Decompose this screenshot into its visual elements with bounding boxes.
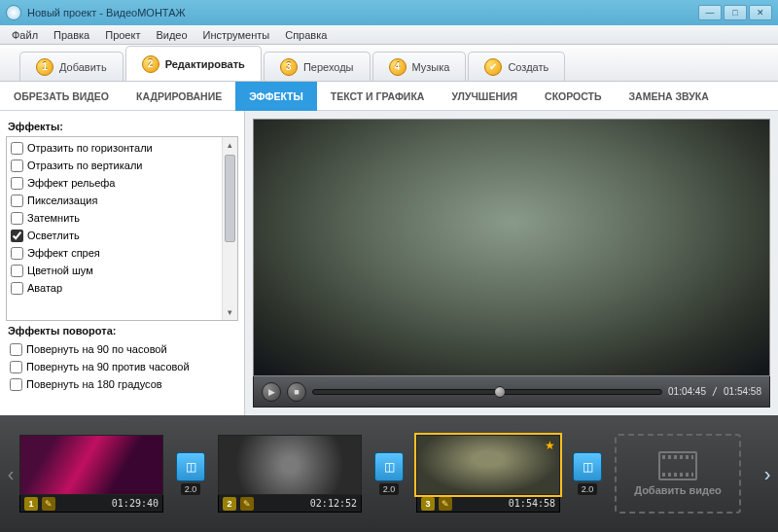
effect-item[interactable]: Отразить по вертикали bbox=[7, 157, 237, 174]
transition-icon[interactable]: ◫ bbox=[374, 452, 404, 481]
clip-number: 1 bbox=[24, 497, 38, 511]
preview-frame bbox=[254, 120, 769, 375]
effect-label: Пикселизация bbox=[27, 195, 97, 206]
step-num-icon: 4 bbox=[389, 58, 407, 76]
clip-2[interactable]: 2✎02:12:52 bbox=[218, 435, 362, 513]
rotate-checkbox[interactable] bbox=[10, 361, 22, 373]
timeline-prev[interactable]: ‹ bbox=[0, 444, 21, 503]
effect-item[interactable]: Осветлить bbox=[7, 227, 237, 244]
play-button[interactable]: ▶ bbox=[262, 382, 281, 402]
scroll-up-icon[interactable]: ▴ bbox=[223, 137, 237, 153]
transition-icon[interactable]: ◫ bbox=[176, 452, 205, 481]
clip-thumb[interactable]: ★ bbox=[416, 435, 560, 495]
player-controls: ▶ ■ 01:04:45 / 01:54:58 bbox=[253, 376, 770, 408]
effect-checkbox[interactable] bbox=[11, 160, 23, 172]
menu-help[interactable]: Справка bbox=[277, 27, 335, 43]
clip-thumb[interactable] bbox=[19, 435, 163, 495]
effect-label: Осветлить bbox=[27, 230, 80, 241]
effect-item[interactable]: Отразить по горизонтали bbox=[7, 139, 237, 157]
effect-label: Цветной шум bbox=[27, 265, 93, 276]
step-create[interactable]: ✔Создать bbox=[468, 52, 565, 81]
effects-panel: Эффекты: Отразить по горизонталиОтразить… bbox=[0, 111, 245, 415]
transition-icon[interactable]: ◫ bbox=[573, 452, 602, 481]
effect-item[interactable]: Эффект рельефа bbox=[7, 174, 237, 192]
scrollbar[interactable]: ▴ ▾ bbox=[222, 137, 237, 320]
transition-length: 2.0 bbox=[181, 483, 201, 495]
effect-item[interactable]: Цветной шум bbox=[7, 262, 237, 279]
transition-2[interactable]: ◫2.0 bbox=[371, 452, 407, 495]
tab-effects[interactable]: ЭФФЕКТЫ bbox=[235, 82, 316, 111]
menu-tools[interactable]: Инструменты bbox=[195, 27, 278, 43]
transition-length: 2.0 bbox=[578, 483, 598, 495]
stop-button[interactable]: ■ bbox=[287, 382, 306, 402]
tab-enhance[interactable]: УЛУЧШЕНИЯ bbox=[438, 82, 531, 111]
rotate-label: Повернуть на 90 против часовой bbox=[26, 361, 190, 372]
effect-item[interactable]: Затемнить bbox=[7, 209, 237, 227]
menu-edit[interactable]: Правка bbox=[46, 27, 97, 43]
rotate-checkbox[interactable] bbox=[10, 343, 22, 356]
tab-audio[interactable]: ЗАМЕНА ЗВУКА bbox=[616, 82, 723, 111]
clip-3[interactable]: ★ 3✎01:54:58 bbox=[416, 435, 560, 513]
seek-knob[interactable] bbox=[494, 386, 506, 398]
pencil-icon[interactable]: ✎ bbox=[42, 497, 55, 511]
add-video-button[interactable]: Добавить видео bbox=[615, 434, 741, 514]
rotate-checkbox[interactable] bbox=[10, 378, 22, 391]
effect-item[interactable]: Аватар bbox=[7, 279, 237, 297]
step-transitions[interactable]: 3Переходы bbox=[264, 52, 371, 81]
step-num-icon: 2 bbox=[142, 55, 159, 73]
effect-checkbox[interactable] bbox=[11, 212, 23, 225]
window-title: Новый проект - ВидеоМОНТАЖ bbox=[27, 7, 698, 18]
menu-project[interactable]: Проект bbox=[97, 27, 148, 43]
clip-duration: 01:54:58 bbox=[509, 498, 555, 509]
step-edit[interactable]: 2Редактировать bbox=[125, 46, 262, 81]
effects-listbox: Отразить по горизонталиОтразить по верти… bbox=[6, 136, 238, 321]
effect-checkbox[interactable] bbox=[11, 195, 23, 207]
rotate-item[interactable]: Повернуть на 90 по часовой bbox=[6, 340, 238, 358]
effect-checkbox[interactable] bbox=[11, 247, 23, 260]
tab-crop[interactable]: КАДРИРОВАНИЕ bbox=[123, 82, 235, 111]
tab-trim[interactable]: ОБРЕЗАТЬ ВИДЕО bbox=[0, 82, 123, 111]
edit-subtabs: ОБРЕЗАТЬ ВИДЕО КАДРИРОВАНИЕ ЭФФЕКТЫ ТЕКС… bbox=[0, 82, 778, 111]
clip-number: 2 bbox=[223, 497, 236, 511]
clip-1[interactable]: 1✎01:29:40 bbox=[19, 435, 163, 513]
menu-video[interactable]: Видео bbox=[148, 27, 194, 43]
transition-length: 2.0 bbox=[379, 483, 400, 495]
rotate-label: Повернуть на 90 по часовой bbox=[26, 343, 167, 355]
rotate-item[interactable]: Повернуть на 90 против часовой bbox=[6, 358, 238, 375]
effect-label: Эффект спрея bbox=[27, 247, 100, 259]
transition-3[interactable]: ◫2.0 bbox=[570, 452, 605, 495]
timeline-next[interactable]: › bbox=[757, 444, 778, 503]
effect-checkbox[interactable] bbox=[11, 142, 23, 155]
pencil-icon[interactable]: ✎ bbox=[439, 497, 452, 511]
rotate-item[interactable]: Повернуть на 180 градусов bbox=[6, 375, 238, 393]
effect-checkbox[interactable] bbox=[11, 177, 23, 190]
transition-1[interactable]: ◫2.0 bbox=[173, 452, 208, 495]
tab-speed[interactable]: СКОРОСТЬ bbox=[531, 82, 615, 111]
step-num-icon: 3 bbox=[280, 58, 298, 76]
scroll-thumb[interactable] bbox=[225, 155, 235, 242]
menu-file[interactable]: Файл bbox=[4, 27, 46, 43]
effect-item[interactable]: Эффект спрея bbox=[7, 244, 237, 262]
clip-thumb[interactable] bbox=[218, 435, 362, 495]
effect-checkbox[interactable] bbox=[11, 265, 23, 277]
effect-checkbox[interactable] bbox=[11, 230, 23, 242]
rotate-heading: Эффекты поворота: bbox=[8, 325, 236, 337]
film-icon bbox=[658, 451, 697, 480]
effect-item[interactable]: Пикселизация bbox=[7, 192, 237, 209]
menubar: Файл Правка Проект Видео Инструменты Спр… bbox=[0, 25, 778, 45]
maximize-button[interactable]: □ bbox=[724, 5, 747, 20]
scroll-down-icon[interactable]: ▾ bbox=[223, 304, 237, 320]
star-icon: ★ bbox=[545, 439, 555, 452]
step-add[interactable]: 1Добавить bbox=[19, 52, 124, 81]
clip-duration: 02:12:52 bbox=[310, 498, 357, 509]
step-music[interactable]: 4Музыка bbox=[372, 52, 467, 81]
minimize-button[interactable]: — bbox=[698, 5, 722, 20]
close-button[interactable]: ✕ bbox=[749, 5, 772, 20]
seek-bar[interactable] bbox=[312, 389, 662, 395]
rotate-label: Повернуть на 180 градусов bbox=[26, 378, 162, 390]
effect-checkbox[interactable] bbox=[11, 282, 23, 295]
tab-text[interactable]: ТЕКСТ И ГРАФИКА bbox=[317, 82, 439, 111]
titlebar: Новый проект - ВидеоМОНТАЖ — □ ✕ bbox=[0, 0, 778, 25]
pencil-icon[interactable]: ✎ bbox=[240, 497, 254, 511]
clip-duration: 01:29:40 bbox=[112, 498, 159, 509]
